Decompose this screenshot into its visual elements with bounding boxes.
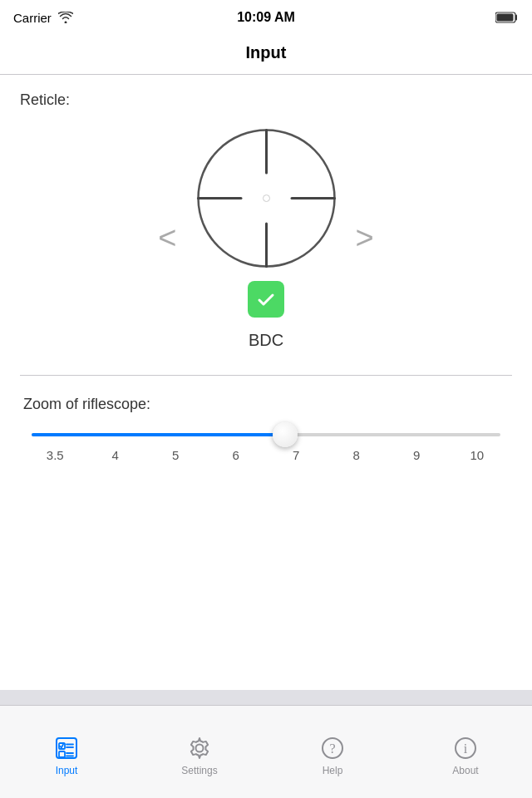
zoom-slider-container (23, 433, 509, 436)
main-content: Reticle: < (0, 75, 532, 479)
next-arrow[interactable]: > (339, 222, 391, 254)
svg-rect-12 (59, 751, 65, 757)
svg-text:?: ? (329, 741, 335, 756)
tick-7: 7 (266, 448, 327, 462)
tab-help[interactable]: ? Help (266, 706, 399, 798)
reticle-carousel: < (20, 126, 512, 375)
tab-about-label: About (452, 765, 478, 776)
slider-ticks: 3.5 4 5 6 7 8 9 10 (23, 448, 509, 462)
wifi-icon (58, 12, 73, 23)
tab-input[interactable]: Input (0, 706, 133, 798)
tab-settings-label: Settings (181, 765, 217, 776)
info-circle-icon: i (454, 736, 477, 760)
reticle-display: BDC (194, 126, 339, 350)
settings-tab-icon (188, 736, 211, 760)
status-bar: Carrier 10:09 AM (0, 0, 532, 35)
svg-point-15 (196, 744, 204, 751)
carrier-label: Carrier (13, 11, 52, 25)
tab-settings[interactable]: Settings (133, 706, 266, 798)
tick-10: 10 (447, 448, 508, 462)
bottom-band (0, 690, 532, 705)
about-tab-icon: i (454, 736, 477, 760)
help-tab-icon: ? (321, 736, 344, 760)
status-left: Carrier (13, 11, 73, 25)
input-tab-icon (55, 736, 78, 760)
slider-track (32, 433, 500, 436)
gear-icon (188, 736, 211, 760)
tick-6: 6 (206, 448, 267, 462)
page-title: Input (0, 35, 532, 75)
tick-5: 5 (145, 448, 206, 462)
zoom-section: Zoom of riflescope: 3.5 4 5 6 7 8 9 10 (20, 396, 512, 462)
reticle-name: BDC (249, 331, 283, 350)
tab-help-label: Help (323, 765, 343, 776)
reticle-label: Reticle: (20, 91, 512, 109)
status-time: 10:09 AM (237, 10, 295, 25)
svg-rect-1 (497, 14, 514, 22)
tab-about[interactable]: i About (399, 706, 532, 798)
tick-3-5: 3.5 (25, 448, 86, 462)
tick-4: 4 (86, 448, 146, 462)
tick-9: 9 (387, 448, 447, 462)
question-circle-icon: ? (321, 736, 344, 760)
tab-bar: Input Settings ? Help i About (0, 705, 532, 798)
checklist-icon (55, 736, 78, 760)
tab-input-label: Input (56, 765, 78, 776)
battery-icon (495, 12, 519, 23)
svg-point-7 (263, 195, 269, 202)
check-icon (256, 289, 276, 309)
prev-arrow[interactable]: < (141, 222, 193, 254)
section-divider (20, 375, 512, 376)
reticle-section: Reticle: < (20, 91, 512, 375)
status-right (495, 12, 519, 23)
tick-8: 8 (327, 448, 387, 462)
reticle-check-badge (248, 281, 284, 318)
zoom-label: Zoom of riflescope: (23, 396, 509, 413)
svg-text:i: i (464, 741, 468, 756)
reticle-image (194, 126, 339, 271)
